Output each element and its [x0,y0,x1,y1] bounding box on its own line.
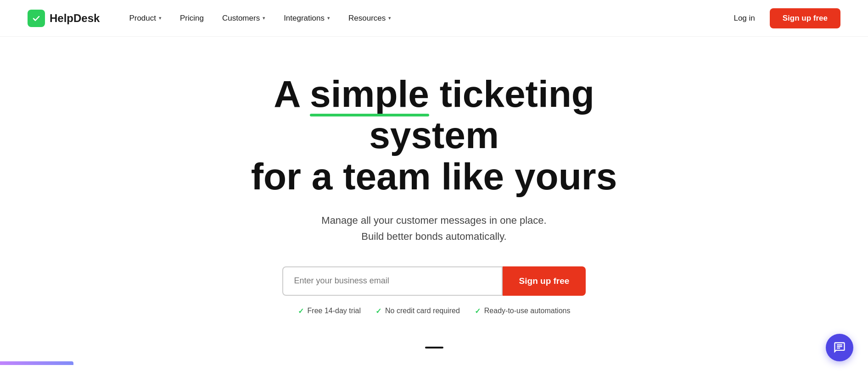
navbar-left: HelpDesk Product ▾ Pricing Customers ▾ I… [28,10,398,27]
resources-label: Resources [348,14,386,23]
hero-subtitle: Manage all your customer messages in one… [321,212,546,244]
hero-title-part1: A simple ticketing system [274,73,594,156]
product-label: Product [129,14,156,23]
nav-item-customers[interactable]: Customers ▾ [215,10,273,27]
badge-automations-text: Ready-to-use automations [484,307,571,315]
hero-form: Sign up free [282,266,586,296]
nav-links: Product ▾ Pricing Customers ▾ Integratio… [122,10,398,27]
chat-icon [833,341,846,354]
email-input[interactable] [282,266,503,296]
customers-chevron-icon: ▾ [263,15,265,21]
badge-credit: ✓ No credit card required [375,307,460,315]
product-chevron-icon: ▾ [159,15,162,21]
check-icon-trial: ✓ [298,307,304,315]
login-button[interactable]: Log in [726,10,762,27]
resources-chevron-icon: ▾ [388,15,391,21]
navbar: HelpDesk Product ▾ Pricing Customers ▾ I… [0,0,868,37]
nav-signup-button[interactable]: Sign up free [770,8,840,28]
brand-name: HelpDesk [50,12,100,25]
badge-automations: ✓ Ready-to-use automations [475,307,571,315]
hero-title: A simple ticketing system for a team lik… [228,73,641,198]
nav-item-product[interactable]: Product ▾ [122,10,169,27]
svg-rect-0 [31,13,41,23]
nav-item-integrations[interactable]: Integrations ▾ [276,10,337,27]
customers-label: Customers [222,14,260,23]
hero-section: A simple ticketing system for a team lik… [0,37,868,343]
hero-subtitle-line2: Build better bonds automatically. [361,231,506,242]
badge-trial-text: Free 14-day trial [308,307,361,315]
badge-trial: ✓ Free 14-day trial [298,307,361,315]
integrations-label: Integrations [284,14,325,23]
check-icon-credit: ✓ [375,307,381,315]
logo-icon [28,10,45,27]
logo[interactable]: HelpDesk [28,10,100,27]
chat-button[interactable] [826,334,853,361]
pricing-label: Pricing [180,14,204,23]
integrations-chevron-icon: ▾ [327,15,330,21]
hero-badges: ✓ Free 14-day trial ✓ No credit card req… [298,307,571,315]
bottom-gradient-bar [0,361,73,365]
hero-title-highlight: simple [310,73,429,115]
nav-item-resources[interactable]: Resources ▾ [341,10,398,27]
nav-item-pricing[interactable]: Pricing [173,10,211,27]
hero-signup-button[interactable]: Sign up free [503,266,586,296]
navbar-right: Log in Sign up free [726,8,840,28]
bottom-section [0,347,868,365]
hero-title-line2: for a team like yours [251,155,617,197]
divider-line [425,347,443,348]
hero-subtitle-line1: Manage all your customer messages in one… [321,215,546,226]
badge-credit-text: No credit card required [385,307,460,315]
check-icon-automations: ✓ [475,307,481,315]
